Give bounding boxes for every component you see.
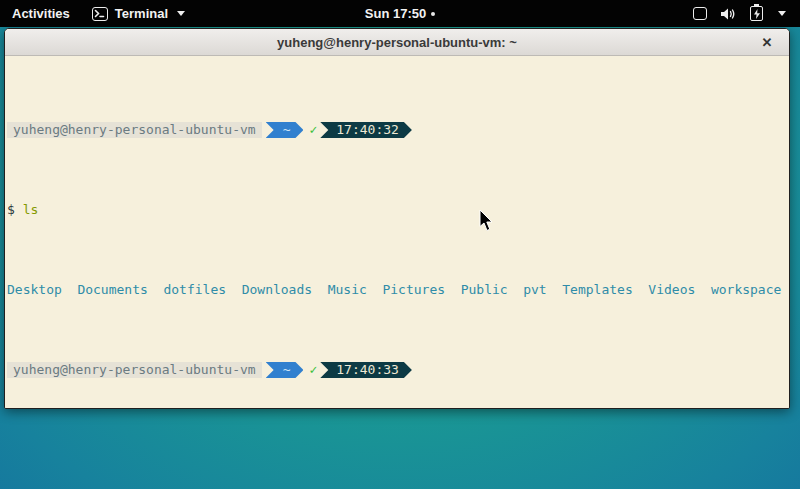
chevron-down-icon (177, 11, 185, 16)
directory-name: Videos (648, 282, 695, 298)
directory-name: workspace (711, 282, 781, 298)
prompt-dollar: $ (7, 202, 15, 218)
command-line: $ ls (7, 202, 787, 218)
prompt-userhost: yuheng@henry-personal-ubuntu-vm (7, 362, 262, 378)
desktop-background: yuheng@henry-personal-ubuntu-vm: ~ ✕ yuh… (0, 27, 800, 489)
activities-button[interactable]: Activities (0, 0, 82, 27)
terminal-screen[interactable]: yuheng@henry-personal-ubuntu-vm ~ ✓ 17:4… (5, 56, 789, 409)
prompt-time-segment: 17:40:32 (320, 122, 412, 138)
directory-name: dotfiles (163, 282, 226, 298)
directory-name: Public (461, 282, 508, 298)
directory-name: pvt (523, 282, 546, 298)
ls-output-line: DesktopDocumentsdotfilesDownloadsMusicPi… (7, 282, 787, 298)
prompt-userhost: yuheng@henry-personal-ubuntu-vm (7, 122, 262, 138)
terminal-window: yuheng@henry-personal-ubuntu-vm: ~ ✕ yuh… (4, 28, 790, 409)
directory-name: Templates (562, 282, 632, 298)
terminal-icon (92, 7, 108, 21)
close-button[interactable]: ✕ (755, 29, 779, 56)
lightning-bolt-icon (753, 9, 761, 19)
screen-icon (693, 7, 707, 20)
directory-name: Desktop (7, 282, 62, 298)
prompt-cwd-segment: ~ (266, 122, 304, 138)
status-check-icon: ✓ (309, 122, 317, 138)
command-text: ls (23, 202, 39, 218)
volume-icon (720, 7, 737, 21)
clock-label[interactable]: Sun 17:50 (365, 6, 426, 21)
status-check-icon: ✓ (309, 362, 317, 378)
directory-name: Pictures (382, 282, 445, 298)
app-menu-button[interactable]: Terminal (82, 0, 195, 27)
terminal-glyph (94, 9, 105, 18)
app-menu-label: Terminal (115, 6, 168, 21)
directory-name: Music (328, 282, 367, 298)
window-titlebar[interactable]: yuheng@henry-personal-ubuntu-vm: ~ ✕ (5, 29, 789, 56)
activities-label: Activities (12, 6, 70, 21)
prompt-line: yuheng@henry-personal-ubuntu-vm ~ ✓ 17:4… (7, 362, 787, 378)
system-status-area[interactable] (685, 0, 794, 27)
top-panel: Activities Terminal Sun 17:50 (0, 0, 800, 27)
battery-charging-icon (750, 6, 763, 21)
space-gap (15, 202, 23, 218)
notification-dot-icon (431, 12, 435, 16)
window-title: yuheng@henry-personal-ubuntu-vm: ~ (277, 35, 517, 50)
directory-name: Documents (77, 282, 147, 298)
chevron-down-icon (778, 11, 786, 16)
prompt-cwd-segment: ~ (266, 362, 304, 378)
prompt-time-segment: 17:40:33 (320, 362, 412, 378)
directory-name: Downloads (242, 282, 312, 298)
prompt-line: yuheng@henry-personal-ubuntu-vm ~ ✓ 17:4… (7, 122, 787, 138)
